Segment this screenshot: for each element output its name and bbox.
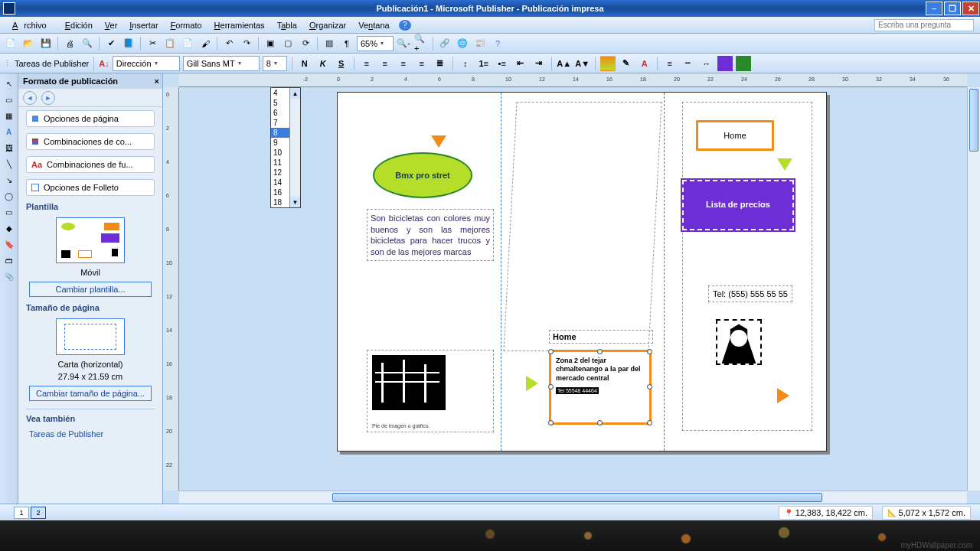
- table-tool[interactable]: ▦: [2, 109, 16, 122]
- panel3-frame[interactable]: [682, 102, 812, 431]
- publisher-tasks-button[interactable]: Tareas de Publisher: [15, 59, 89, 68]
- menu-formato[interactable]: Formato: [165, 19, 208, 31]
- help-icon[interactable]: ?: [399, 20, 411, 31]
- pointer-tool[interactable]: ↖: [2, 77, 16, 90]
- os-taskbar[interactable]: myHDWallpaper.com: [0, 520, 980, 551]
- line-style-button[interactable]: ≡: [662, 56, 678, 71]
- scrollbar-thumb[interactable]: [969, 89, 978, 152]
- web-preview-button[interactable]: 🌐: [455, 36, 470, 51]
- numbering-button[interactable]: 1≡: [476, 56, 492, 71]
- font-combo[interactable]: Gill Sans MT: [183, 56, 260, 71]
- shadow-button[interactable]: [717, 56, 733, 71]
- restore-button[interactable]: ❐: [944, 2, 961, 15]
- redo-button[interactable]: ↷: [239, 36, 254, 51]
- page-viewport[interactable]: 4 5 6 7 8 9 10 11 12 14 16 18 ▲▼: [179, 87, 967, 491]
- scrollbar-thumb[interactable]: [332, 493, 822, 502]
- menu-herramientas[interactable]: Herramientas: [208, 19, 271, 31]
- decrease-indent-button[interactable]: ⇤: [513, 56, 528, 71]
- spellcheck-button[interactable]: ✔: [103, 36, 119, 51]
- webpage-button[interactable]: 📰: [472, 36, 488, 51]
- page-size-thumbnail[interactable]: [56, 318, 125, 355]
- distribute-button[interactable]: ≣: [433, 56, 448, 71]
- rectangle-tool[interactable]: ▭: [2, 205, 16, 219]
- new-button[interactable]: 📄: [3, 36, 18, 51]
- dropdown-scrollbar[interactable]: ▲▼: [289, 88, 300, 207]
- align-right-button[interactable]: ≡: [396, 56, 411, 71]
- paste-button[interactable]: 📄: [180, 36, 195, 51]
- see-also-link[interactable]: Tareas de Publisher: [29, 429, 152, 439]
- open-button[interactable]: 📂: [21, 36, 36, 51]
- home-box[interactable]: Home: [696, 120, 774, 151]
- body-text-frame[interactable]: Son bicicletas con colores muy buenos y …: [367, 209, 494, 261]
- horizontal-ruler[interactable]: -202468101214161820222426283032343638: [179, 73, 967, 87]
- align-left-button[interactable]: ≡: [359, 56, 374, 71]
- home-text-frame[interactable]: Home: [549, 330, 653, 344]
- content-library-tool[interactable]: 📎: [2, 269, 16, 283]
- hyperlink-button[interactable]: 🔗: [437, 36, 452, 51]
- shape-placeholder[interactable]: [367, 102, 494, 145]
- rotate-button[interactable]: ⟳: [298, 36, 313, 51]
- vertical-ruler[interactable]: 024681012141618202224: [163, 87, 179, 491]
- font-color-button[interactable]: A: [637, 56, 652, 71]
- change-size-button[interactable]: Cambiar tamaño de página...: [29, 386, 152, 401]
- textbox-tool[interactable]: ▭: [2, 93, 16, 106]
- page-tab-2[interactable]: 2: [31, 507, 46, 519]
- bullets-button[interactable]: •≡: [495, 56, 510, 71]
- arrow-right-icon[interactable]: [526, 376, 538, 391]
- page-tab-1[interactable]: 1: [14, 507, 29, 519]
- menu-archivo[interactable]: Archivo: [6, 19, 59, 31]
- align-center-button[interactable]: ≡: [377, 56, 393, 71]
- underline-button[interactable]: S: [334, 56, 349, 71]
- menu-organizar[interactable]: Organizar: [303, 19, 352, 31]
- image-frame[interactable]: Pie de imagen o gráfico.: [367, 350, 494, 432]
- graduate-image[interactable]: [716, 319, 762, 365]
- font-size-combo[interactable]: 8: [263, 56, 287, 71]
- preview-button[interactable]: 🔍: [80, 36, 95, 51]
- bring-front-button[interactable]: ▣: [263, 36, 278, 51]
- cut-button[interactable]: ✂: [145, 36, 160, 51]
- wordart-tool[interactable]: A: [2, 125, 16, 139]
- research-button[interactable]: 📘: [121, 36, 136, 51]
- format-painter-button[interactable]: 🖌: [198, 36, 213, 51]
- italic-button[interactable]: K: [315, 56, 331, 71]
- line-color-button[interactable]: ✎: [619, 56, 634, 71]
- nav-forward-button[interactable]: ►: [41, 91, 55, 105]
- design-gallery-tool[interactable]: 🗃: [2, 253, 16, 267]
- arrow-right-icon[interactable]: [777, 388, 789, 403]
- close-app-button[interactable]: ✕: [962, 2, 979, 15]
- line-spacing-button[interactable]: ↕: [458, 56, 473, 71]
- shrink-font-button[interactable]: A▼: [575, 56, 590, 71]
- print-button[interactable]: 🖨: [62, 36, 77, 51]
- minimize-button[interactable]: –: [926, 2, 942, 15]
- text-frame-skewed[interactable]: [503, 102, 662, 351]
- columns-button[interactable]: ▥: [322, 36, 337, 51]
- 3d-button[interactable]: [736, 56, 751, 71]
- style-combo[interactable]: Dirección: [113, 56, 180, 71]
- page-options-button[interactable]: Opciones de página: [26, 110, 155, 127]
- help-search-input[interactable]: [874, 19, 974, 31]
- publication-page[interactable]: Bmx pro stret Son bicicletas con colores…: [337, 92, 827, 452]
- undo-button[interactable]: ↶: [221, 36, 237, 51]
- address-frame-selected[interactable]: Zona 2 del tejar chmaltenango a la par d…: [549, 350, 652, 425]
- align-justify-button[interactable]: ≡: [414, 56, 430, 71]
- menu-tabla[interactable]: Tabla: [271, 19, 303, 31]
- brochure-options-button[interactable]: Opciones de Folleto: [26, 179, 155, 196]
- line-tool[interactable]: ╲: [2, 157, 16, 171]
- arrow-style-button[interactable]: ↔: [699, 56, 714, 71]
- price-list-box[interactable]: Lista de precios: [682, 180, 794, 230]
- grow-font-button[interactable]: A▲: [557, 56, 572, 71]
- oval-shape[interactable]: Bmx pro stret: [373, 152, 472, 198]
- copy-button[interactable]: 📋: [162, 36, 178, 51]
- zoom-combo[interactable]: 65%: [357, 36, 394, 51]
- vertical-scrollbar[interactable]: [967, 87, 980, 491]
- zoom-in-button[interactable]: 🔍+: [413, 36, 429, 51]
- change-template-button[interactable]: Cambiar plantilla...: [29, 282, 152, 297]
- menu-ventana[interactable]: Ventana: [352, 19, 395, 31]
- template-thumbnail[interactable]: [56, 217, 125, 263]
- horizontal-scrollbar[interactable]: [179, 491, 967, 504]
- picture-tool[interactable]: 🖼: [2, 141, 16, 155]
- increase-indent-button[interactable]: ⇥: [531, 56, 547, 71]
- special-char-button[interactable]: ¶: [339, 36, 354, 51]
- fill-color-button[interactable]: [600, 56, 616, 71]
- help-button[interactable]: ?: [490, 36, 505, 51]
